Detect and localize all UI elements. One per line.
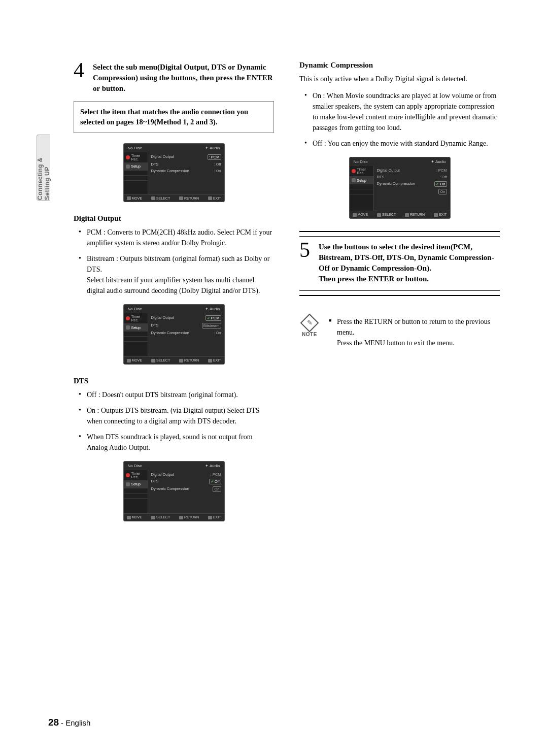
osd-side-label: Setup <box>131 326 141 330</box>
osd-row-value: : On <box>214 331 221 335</box>
osd-row-value: On <box>213 486 221 492</box>
osd-side-label: Timer Rec. <box>131 154 146 161</box>
key-icon <box>179 196 183 200</box>
osd-foot-label: SELECT <box>156 358 170 362</box>
key-icon <box>179 516 183 519</box>
record-icon <box>352 169 356 173</box>
step-4: 4 Select the sub menu(Digital Output, DT… <box>74 61 274 94</box>
dyn-intro: This is only active when a Dolby Digital… <box>299 74 500 84</box>
osd-row-value: On <box>434 181 447 187</box>
osd-foot-label: MOVE <box>132 515 143 519</box>
osd-breadcrumb: ✦ Audio <box>205 464 220 468</box>
osd-foot-label: RETURN <box>410 213 425 216</box>
step-number: 4 <box>74 61 88 94</box>
osd-screenshot-2: No Disc ✦ Audio Timer Rec. Setup Digital… <box>74 304 274 365</box>
osd-row-label: DTS <box>151 162 159 167</box>
osd-row-value: : PCM <box>208 154 221 160</box>
left-column: 4 Select the sub menu(Digital Output, DT… <box>48 61 274 534</box>
osd-status: No Disc <box>128 146 142 150</box>
note-line: Press the RETURN or button to return to … <box>329 316 500 348</box>
record-icon <box>126 473 130 477</box>
step-text: Use the buttons to select the desired it… <box>319 241 500 284</box>
key-icon <box>127 516 131 519</box>
connection-note-box: Select the item that matches the audio c… <box>74 101 274 133</box>
osd-side-label: Timer Rec. <box>131 315 146 322</box>
osd-side-label: Timer Rec. <box>131 472 146 479</box>
key-icon <box>353 213 357 217</box>
osd-row-label: Digital Output <box>377 168 400 173</box>
osd-row-value: : On <box>214 169 221 173</box>
bullet-item: PCM : Converts to PCM(2CH) 48kHz audio. … <box>81 227 274 248</box>
osd-foot-label: EXIT <box>439 213 447 216</box>
osd-foot-label: RETURN <box>184 196 199 200</box>
osd-row-value: : Off <box>439 175 447 179</box>
osd-side-label: Setup <box>357 179 366 182</box>
osd-row-label: Dynamic Compression <box>151 169 189 173</box>
step-text: Select the sub menu(Digital Output, DTS … <box>93 61 274 94</box>
side-tab-label: Connecting & Setting UP <box>37 135 51 200</box>
gear-icon <box>352 178 356 182</box>
dynamic-compression-heading: Dynamic Compression <box>299 61 500 70</box>
key-icon <box>377 213 381 217</box>
osd-row-label: Dynamic Compression <box>377 181 415 187</box>
osd-row-label: DTS <box>151 479 159 484</box>
osd-row-value: PCM <box>206 315 221 321</box>
osd-screenshot-3: No Disc ✦ Audio Timer Rec. Setup Digital… <box>74 461 274 521</box>
osd-row-value: On <box>438 189 447 194</box>
osd-screenshot-1: No Disc ✦ Audio Timer Rec. Setup Digital… <box>74 143 274 203</box>
gear-icon <box>126 325 130 330</box>
page-language: - English <box>61 718 90 727</box>
page-number: 28 <box>48 717 59 728</box>
content-columns: 4 Select the sub menu(Digital Output, DT… <box>48 61 500 534</box>
osd-screenshot-4: No Disc ✦ Audio Timer Rec. Setup Digital… <box>299 157 500 219</box>
osd-row-label: Dynamic Compression <box>151 331 189 335</box>
divider <box>299 295 500 296</box>
osd-row-value: Off <box>209 479 221 484</box>
osd-row-label: Dynamic Compression <box>151 486 189 492</box>
bullet-item: Bitstream : Outputs bitstream (original … <box>81 253 274 296</box>
osd-foot-label: MOVE <box>132 358 143 362</box>
osd-row-label: Digital Output <box>151 154 174 160</box>
osd-row-value: : PCM <box>211 472 221 477</box>
osd-row-label: Digital Output <box>151 315 174 321</box>
key-icon <box>151 196 155 200</box>
note-icon: ✎ <box>300 313 319 332</box>
osd-status: No Disc <box>128 307 142 311</box>
osd-row-value: : PCM <box>436 168 447 173</box>
bullet-item: Off : You can enjoy the movie with stand… <box>306 138 500 149</box>
divider <box>299 231 500 232</box>
side-tab: Connecting & Setting UP <box>37 135 50 201</box>
bullet-item: Off : Doesn't output DTS bitstream (orig… <box>81 389 274 400</box>
step-number: 5 <box>299 241 314 284</box>
osd-side-label: Timer Rec. <box>357 168 371 175</box>
gear-icon <box>126 165 130 169</box>
osd-foot-label: SELECT <box>382 213 396 216</box>
record-icon <box>126 316 130 320</box>
osd-row-value: : Off <box>214 162 221 167</box>
divider <box>299 290 500 291</box>
osd-foot-label: MOVE <box>358 213 368 216</box>
pencil-icon: ✎ <box>307 319 313 327</box>
right-column: Dynamic Compression This is only active … <box>299 61 500 534</box>
key-icon <box>208 516 212 519</box>
digital-output-heading: Digital Output <box>74 214 274 223</box>
key-icon <box>208 196 212 200</box>
bullet-item: On : Outputs DTS bitstream. (via Digital… <box>81 405 274 426</box>
divider <box>299 236 500 237</box>
osd-status: No Disc <box>128 464 142 468</box>
page-footer: 28 - English <box>48 717 90 728</box>
record-icon <box>126 155 130 159</box>
osd-side-label: Setup <box>131 482 141 486</box>
key-icon <box>208 359 212 363</box>
step-5: 5 Use the buttons to select the desired … <box>299 241 500 284</box>
osd-side-label: Setup <box>131 165 141 168</box>
osd-foot-label: EXIT <box>213 196 221 200</box>
osd-foot-label: EXIT <box>213 515 221 519</box>
osd-row-label: DTS <box>151 323 159 328</box>
key-icon <box>434 213 438 217</box>
osd-foot-label: EXIT <box>213 358 221 362</box>
osd-breadcrumb: ✦ Audio <box>205 146 220 150</box>
note-block: ✎ NOTE Press the RETURN or button to ret… <box>299 316 500 348</box>
gear-icon <box>126 482 130 486</box>
osd-foot-label: SELECT <box>156 515 170 519</box>
